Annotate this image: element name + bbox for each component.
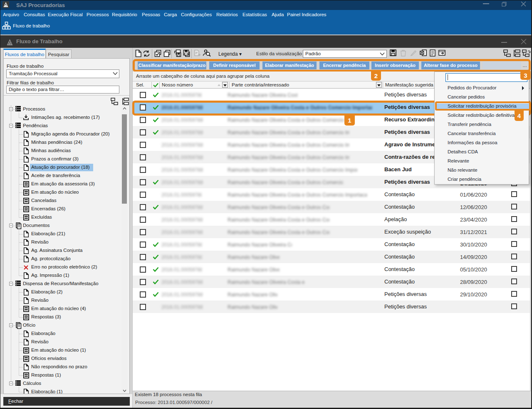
svg-text:P: P	[195, 51, 198, 55]
